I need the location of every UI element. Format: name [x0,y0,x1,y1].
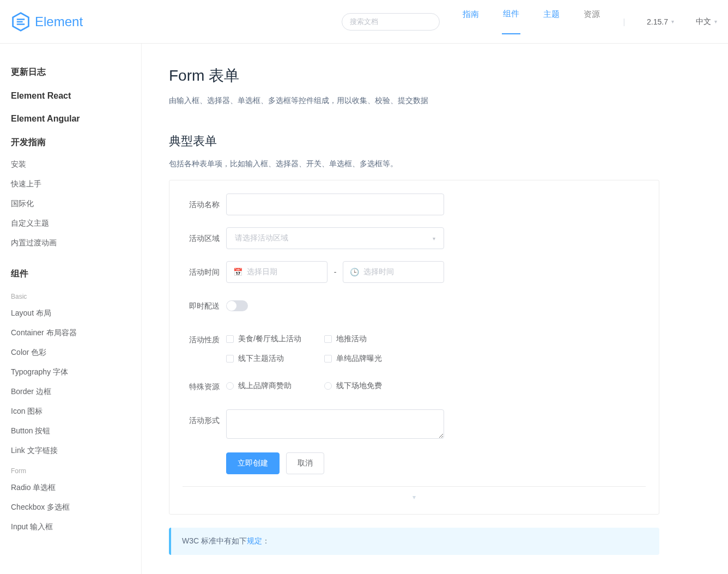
caret-down-icon: ▾ [412,493,416,501]
time-picker[interactable]: 🕒 选择时间 [343,261,444,283]
page-title: Form 表单 [169,65,659,86]
textarea-desc[interactable] [226,409,444,439]
chevron-down-icon: ▾ [671,19,674,25]
label-type: 活动性质 [183,329,226,351]
sidebar-border[interactable]: Border 边框 [11,382,141,402]
sidebar-radio[interactable]: Radio 单选框 [11,478,141,498]
version-selector[interactable]: 2.15.7▾ [647,17,674,26]
chevron-down-icon: ▾ [433,235,435,241]
sidebar-group-form: Form [11,461,141,478]
switch-delivery[interactable] [226,300,248,311]
sidebar-container[interactable]: Container 布局容器 [11,323,141,343]
sidebar-icon[interactable]: Icon 图标 [11,402,141,421]
logo[interactable]: Element [11,12,83,32]
tip-box: W3C 标准中有如下规定： [169,528,659,555]
sidebar: 更新日志 Element React Element Angular 开发指南 … [0,44,142,574]
sidebar-checkbox[interactable]: Checkbox 多选框 [11,498,141,517]
label-region: 活动区域 [183,227,226,249]
section-title: 典型表单 [169,133,659,149]
version-text: 2.15.7 [647,17,668,26]
checkbox-box-icon [226,355,234,362]
submit-button[interactable]: 立即创建 [226,452,280,474]
checkbox-food[interactable]: 美食/餐厅线上活动 [226,334,308,344]
sidebar-link[interactable]: Link 文字链接 [11,441,141,461]
radio-label: 线上品牌商赞助 [238,381,292,391]
cancel-button[interactable]: 取消 [286,452,324,474]
search-input[interactable] [342,13,440,31]
nav: 指南 组件 主题 资源 | 2.15.7▾ 中文▾ [462,9,717,34]
page-desc: 由输入框、选择器、单选框、多选框等控件组成，用以收集、校验、提交数据 [169,96,659,106]
label-resource: 特殊资源 [183,376,226,397]
sidebar-components[interactable]: 组件 [11,262,141,286]
chevron-down-icon: ▾ [714,19,717,25]
nav-guide[interactable]: 指南 [462,9,480,34]
checkbox-label: 美食/餐厅线上活动 [238,334,301,344]
checkbox-label: 地推活动 [336,334,367,344]
time-separator: - [334,268,337,276]
radio-venue[interactable]: 线下场地免费 [324,381,406,391]
sidebar-i18n[interactable]: 国际化 [11,194,141,214]
checkbox-label: 单纯品牌曝光 [336,354,382,364]
sidebar-custom-theme[interactable]: 自定义主题 [11,214,141,233]
date-placeholder: 选择日期 [247,267,277,277]
checkbox-box-icon [324,335,332,343]
nav-resource[interactable]: 资源 [583,9,601,34]
time-placeholder: 选择时间 [363,267,394,277]
sidebar-input[interactable]: Input 输入框 [11,517,141,537]
sidebar-transition[interactable]: 内置过渡动画 [11,233,141,253]
label-name: 活动名称 [183,194,226,215]
sidebar-group-basic: Basic [11,286,141,304]
demo-box: 活动名称 活动区域 请选择活动区域 ▾ 活动时间 📅 [169,180,659,515]
clock-icon: 🕒 [350,268,359,276]
date-picker[interactable]: 📅 选择日期 [226,261,327,283]
label-desc: 活动形式 [183,409,226,431]
logo-icon [11,12,31,32]
header: Element 指南 组件 主题 资源 | 2.15.7▾ 中文▾ [0,0,728,44]
sidebar-changelog[interactable]: 更新日志 [11,60,141,84]
checkbox-label: 线下主题活动 [238,354,284,364]
checkbox-ground[interactable]: 地推活动 [324,334,406,344]
sidebar-layout[interactable]: Layout 布局 [11,304,141,323]
lang-selector[interactable]: 中文▾ [696,17,717,27]
tip-link[interactable]: 规定 [247,536,262,545]
sidebar-angular[interactable]: Element Angular [11,107,141,130]
demo-expand[interactable]: ▾ [183,486,646,501]
radio-circle-icon [226,382,234,390]
calendar-icon: 📅 [233,268,242,276]
main-content: Form 表单 由输入框、选择器、单选框、多选框等控件组成，用以收集、校验、提交… [142,44,687,574]
sidebar-button[interactable]: Button 按钮 [11,421,141,441]
sidebar-quickstart[interactable]: 快速上手 [11,174,141,194]
checkbox-box-icon [324,355,332,362]
nav-component[interactable]: 组件 [502,9,520,34]
lang-text: 中文 [696,17,711,27]
sidebar-color[interactable]: Color 色彩 [11,343,141,362]
radio-circle-icon [324,382,332,390]
tip-suffix: ： [262,536,270,545]
input-name[interactable] [226,194,444,215]
radio-sponsor[interactable]: 线上品牌商赞助 [226,381,308,391]
nav-theme[interactable]: 主题 [542,9,561,34]
sidebar-react[interactable]: Element React [11,84,141,107]
checkbox-offline[interactable]: 线下主题活动 [226,354,308,364]
checkbox-box-icon [226,335,234,343]
checkbox-brand[interactable]: 单纯品牌曝光 [324,354,406,364]
select-placeholder: 请选择活动区域 [235,233,288,243]
sidebar-devguide[interactable]: 开发指南 [11,130,141,155]
label-time: 活动时间 [183,261,226,283]
sidebar-install[interactable]: 安装 [11,155,141,174]
radio-label: 线下场地免费 [336,381,382,391]
sidebar-typography[interactable]: Typography 字体 [11,362,141,382]
select-region[interactable]: 请选择活动区域 ▾ [226,227,444,249]
logo-text: Element [35,14,83,29]
section-desc: 包括各种表单项，比如输入框、选择器、开关、单选框、多选框等。 [169,159,659,169]
divider: | [623,17,625,26]
tip-prefix: W3C 标准中有如下 [182,536,247,545]
label-delivery: 即时配送 [183,295,226,317]
